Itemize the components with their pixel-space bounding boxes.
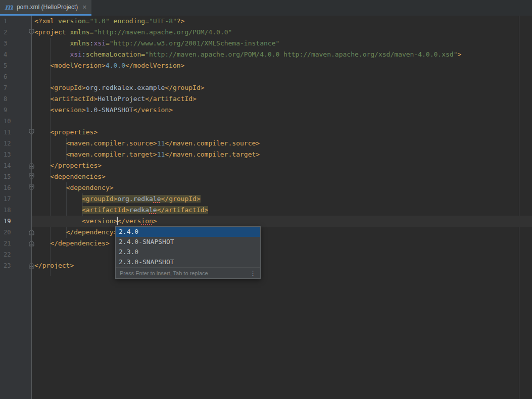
code-line[interactable]: 19 <version></version> bbox=[0, 216, 532, 227]
fold-column bbox=[17, 60, 31, 71]
code-text: <properties> bbox=[31, 127, 532, 138]
code-line[interactable]: 12 <maven.compiler.source>11</maven.comp… bbox=[0, 138, 532, 149]
code-token: redka bbox=[129, 206, 149, 214]
code-line[interactable]: 8 <artifactId>HelloProject</artifactId> bbox=[0, 93, 532, 105]
code-line[interactable]: 9 <version>1.0-SNAPSHOT</version> bbox=[0, 105, 532, 116]
code-text: <artifactId>redkale</artifactId> bbox=[31, 205, 532, 216]
line-number: 14 bbox=[0, 160, 17, 171]
line-number: 7 bbox=[0, 82, 17, 93]
fold-column bbox=[17, 205, 31, 216]
fold-column bbox=[17, 38, 31, 49]
line-number: 22 bbox=[0, 249, 17, 260]
code-line[interactable]: 11 <properties> bbox=[0, 127, 532, 138]
fold-marker-icon[interactable] bbox=[17, 238, 31, 249]
code-token: </modelVersion> bbox=[125, 62, 184, 69]
code-token: <version> bbox=[82, 217, 117, 225]
line-number: 12 bbox=[0, 138, 17, 149]
code-token: </artifactId> bbox=[157, 206, 209, 214]
line-number: 15 bbox=[0, 171, 17, 182]
code-line[interactable]: 4 xsi:schemaLocation="http://maven.apach… bbox=[0, 49, 532, 60]
completion-popup: 2.4.02.4.0-SNAPSHOT2.3.02.3.0-SNAPSHOT P… bbox=[115, 226, 261, 279]
code-line[interactable]: 18 <artifactId>redkale</artifactId> bbox=[0, 205, 532, 216]
fold-marker-icon[interactable] bbox=[17, 227, 31, 238]
code-line[interactable]: 6 bbox=[0, 71, 532, 82]
code-text: <dependency> bbox=[31, 182, 532, 193]
code-line[interactable]: 3 xmlns:xsi="http://www.w3.org/2001/XMLS… bbox=[0, 38, 532, 49]
line-number: 3 bbox=[0, 38, 17, 49]
fold-column bbox=[17, 216, 31, 227]
fold-column bbox=[17, 93, 31, 105]
code-token: <version> bbox=[50, 106, 85, 114]
code-token: "http://maven.apache.org/POM/4.0.0 http:… bbox=[145, 51, 457, 58]
fold-marker-icon[interactable] bbox=[17, 182, 31, 193]
code-token: <artifactId> bbox=[82, 206, 129, 214]
code-text: <version></version> bbox=[31, 216, 532, 227]
code-token: 1.0-SNAPSHOT bbox=[86, 106, 133, 114]
tab-close-icon[interactable]: × bbox=[82, 4, 86, 11]
code-lines: 1<?xml version="1.0" encoding="UTF-8"?>2… bbox=[0, 16, 532, 271]
code-token: <project bbox=[34, 28, 70, 36]
code-token: xsi bbox=[70, 51, 81, 58]
code-line[interactable]: 2<project xmlns="http://maven.apache.org… bbox=[0, 27, 532, 38]
code-text: <?xml version="1.0" encoding="UTF-8"?> bbox=[31, 16, 532, 27]
code-token: org.redkalex.example bbox=[86, 84, 165, 91]
line-number: 23 bbox=[0, 260, 17, 271]
code-token: <properties> bbox=[50, 128, 98, 136]
completion-item[interactable]: 2.4.0-SNAPSHOT bbox=[116, 237, 260, 247]
code-line[interactable]: 1<?xml version="1.0" encoding="UTF-8"?> bbox=[0, 16, 532, 27]
line-number: 8 bbox=[0, 93, 17, 105]
code-token: org.redka bbox=[117, 195, 153, 203]
code-line[interactable]: 15 <dependencies> bbox=[0, 171, 532, 182]
code-line[interactable]: 17 <groupId>org.redkale</groupId> bbox=[0, 193, 532, 205]
code-text: <artifactId>HelloProject</artifactId> bbox=[31, 93, 532, 105]
code-line[interactable]: 5 <modelVersion>4.0.0</modelVersion> bbox=[0, 60, 532, 71]
code-token: </maven.compiler.target> bbox=[165, 151, 260, 158]
fold-marker-icon[interactable] bbox=[17, 127, 31, 138]
fold-column bbox=[17, 49, 31, 60]
completion-list: 2.4.02.4.0-SNAPSHOT2.3.02.3.0-SNAPSHOT bbox=[116, 227, 260, 267]
fold-column bbox=[17, 16, 31, 27]
code-text: <maven.compiler.source>11</maven.compile… bbox=[31, 138, 532, 149]
code-token: : bbox=[82, 51, 86, 58]
code-editor[interactable]: 1<?xml version="1.0" encoding="UTF-8"?>2… bbox=[0, 16, 532, 399]
tab-title: pom.xml (HelloProject) bbox=[17, 4, 78, 11]
code-token: "1.0" bbox=[90, 17, 110, 25]
code-text bbox=[31, 249, 532, 260]
code-text: <version>1.0-SNAPSHOT</version> bbox=[31, 105, 532, 116]
code-token: </properties> bbox=[50, 162, 102, 169]
code-line[interactable]: 10 bbox=[0, 116, 532, 127]
code-line[interactable]: 16 <dependency> bbox=[0, 182, 532, 193]
fold-marker-icon[interactable] bbox=[17, 27, 31, 38]
typo-squiggle-text: ion bbox=[141, 217, 153, 225]
fold-marker-icon[interactable] bbox=[17, 160, 31, 171]
line-number: 6 bbox=[0, 71, 17, 82]
line-number: 9 bbox=[0, 105, 17, 116]
code-token: </project> bbox=[34, 262, 74, 269]
kebab-menu-icon[interactable]: ⋮ bbox=[250, 270, 256, 276]
editor-tab-bar: m pom.xml (HelloProject) × bbox=[0, 0, 532, 16]
code-line[interactable]: 22 bbox=[0, 249, 532, 260]
code-token: </vers bbox=[117, 217, 141, 225]
code-text: xsi:schemaLocation="http://maven.apache.… bbox=[31, 49, 532, 60]
code-text: <dependencies> bbox=[31, 171, 532, 182]
code-line[interactable]: 23</project> bbox=[0, 260, 532, 271]
fold-marker-icon[interactable] bbox=[17, 171, 31, 182]
fold-column bbox=[17, 249, 31, 260]
code-line[interactable]: 7 <groupId>org.redkalex.example</groupId… bbox=[0, 82, 532, 93]
completion-item[interactable]: 2.3.0-SNAPSHOT bbox=[116, 257, 260, 267]
line-number: 20 bbox=[0, 227, 17, 238]
code-text: <groupId>org.redkale</groupId> bbox=[31, 193, 532, 205]
code-line[interactable]: 14 </properties> bbox=[0, 160, 532, 171]
code-line[interactable]: 13 <maven.compiler.target>11</maven.comp… bbox=[0, 149, 532, 160]
code-text: <maven.compiler.target>11</maven.compile… bbox=[31, 149, 532, 160]
code-text: <modelVersion>4.0.0</modelVersion> bbox=[31, 60, 532, 71]
code-text bbox=[31, 116, 532, 127]
code-token: <groupId> bbox=[82, 195, 117, 203]
completion-item[interactable]: 2.3.0 bbox=[116, 247, 260, 257]
editor-tab-pom-xml[interactable]: m pom.xml (HelloProject) × bbox=[0, 0, 91, 16]
code-line[interactable]: 21 </dependencies> bbox=[0, 238, 532, 249]
code-line[interactable]: 20 </dependency> bbox=[0, 227, 532, 238]
completion-item[interactable]: 2.4.0 bbox=[116, 227, 260, 237]
fold-marker-icon[interactable] bbox=[17, 260, 31, 271]
line-number: 13 bbox=[0, 149, 17, 160]
